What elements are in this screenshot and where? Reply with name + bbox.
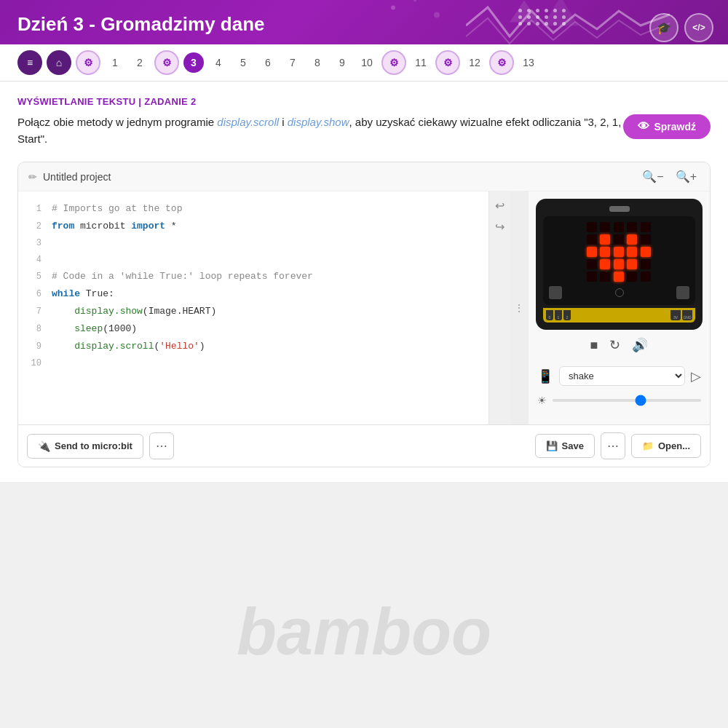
- phone-shake-icon: 📱: [537, 368, 553, 384]
- nav-num-4[interactable]: 4: [208, 52, 229, 73]
- editor-toolbar-left: ✏ Untitled project: [28, 171, 111, 183]
- main-content: WYŚWIETLANIE TEKSTU | ZADANIE 2 👁 Sprawd…: [0, 82, 728, 482]
- send-to-microbit-btn[interactable]: 🔌 Send to micro:bit: [27, 434, 143, 459]
- collapse-arrow-icon: ⋮: [515, 303, 523, 313]
- code-line-2: 2 from microbit import *: [18, 218, 488, 235]
- led-cell: [641, 247, 651, 257]
- led-cell: [627, 272, 637, 282]
- code-line-6: 6 while True:: [18, 285, 488, 303]
- nav-gift-5-btn[interactable]: ⚙: [489, 50, 514, 75]
- sound-btn[interactable]: 🔊: [632, 337, 648, 353]
- save-btn-label: Save: [562, 440, 584, 451]
- nav-num-12[interactable]: 12: [464, 52, 485, 73]
- code-side-actions: ↩ ↪: [488, 191, 510, 424]
- shake-play-btn[interactable]: ▷: [691, 368, 701, 384]
- panel-collapse-btn[interactable]: ⋮: [510, 191, 528, 424]
- code-line-7: 7 display.show(Image.HEART): [18, 303, 488, 320]
- led-cell: [614, 234, 624, 245]
- link-display-show[interactable]: display.show: [288, 116, 349, 128]
- nav-num-8[interactable]: 8: [307, 52, 328, 73]
- editor-toolbar-right: 🔍− 🔍+: [639, 168, 700, 185]
- brightness-row: ☀: [529, 392, 710, 409]
- task-label: WYŚWIETLANIE TEKSTU | ZADANIE 2: [17, 96, 711, 107]
- nav-num-10[interactable]: 10: [357, 52, 377, 73]
- edit-pencil-icon: ✏: [28, 171, 37, 183]
- editor-container: ✏ Untitled project 🔍− 🔍+ 1 # Imports go …: [17, 162, 711, 467]
- nav-num-9[interactable]: 9: [332, 52, 352, 73]
- open-btn-label: Open...: [658, 440, 690, 451]
- code-icon-btn[interactable]: </>: [684, 13, 713, 42]
- shake-row: 📱 shake ▷: [529, 360, 710, 392]
- editor-body: 1 # Imports go at the top 2 from microbi…: [18, 191, 710, 424]
- bottom-toolbar: 🔌 Send to micro:bit ⋯ 💾 Save ⋯ 📁 Open...: [18, 424, 710, 467]
- led-cell: [600, 222, 610, 232]
- desc-before: Połącz obie metody w jednym programie: [17, 116, 217, 128]
- led-cell: [587, 234, 597, 245]
- led-cell: [641, 234, 651, 245]
- check-button[interactable]: 👁 Sprawdź: [623, 114, 711, 139]
- button-b[interactable]: [676, 286, 689, 299]
- usb-connector: [609, 206, 630, 212]
- microbit-side-buttons: [549, 286, 689, 299]
- redo-btn[interactable]: ↪: [495, 220, 505, 234]
- link-display-scroll[interactable]: display.scroll: [217, 116, 279, 128]
- nav-num-1[interactable]: 1: [105, 52, 125, 73]
- nav-num-13[interactable]: 13: [518, 52, 539, 73]
- nav-gift-2-btn[interactable]: ⚙: [154, 50, 179, 75]
- led-cell: [641, 259, 651, 269]
- graduate-icon-btn[interactable]: 🎓: [649, 13, 678, 42]
- nav-num-6[interactable]: 6: [258, 52, 278, 73]
- save-menu-btn[interactable]: ⋯: [601, 432, 625, 459]
- led-cell: [600, 272, 610, 282]
- nav-menu-btn[interactable]: ≡: [17, 50, 42, 75]
- code-panel[interactable]: 1 # Imports go at the top 2 from microbi…: [18, 191, 488, 424]
- nav-gift-3-btn[interactable]: ⚙: [381, 50, 406, 75]
- led-cell: [641, 272, 651, 282]
- brightness-slider[interactable]: [553, 399, 701, 402]
- led-cell: [627, 234, 637, 245]
- send-menu-btn[interactable]: ⋯: [149, 432, 174, 459]
- microbit-board: [543, 216, 695, 305]
- page-title: Dzień 3 - Gromadzimy dane: [17, 13, 711, 36]
- eye-icon: 👁: [638, 120, 649, 133]
- nav-num-3[interactable]: 3: [183, 52, 204, 73]
- led-cell: [600, 259, 610, 269]
- nav-gift-1-btn[interactable]: ⚙: [76, 50, 100, 75]
- led-cell: [614, 259, 624, 269]
- led-cell: [600, 234, 610, 245]
- nav-num-5[interactable]: 5: [233, 52, 253, 73]
- save-icon: 💾: [546, 440, 558, 451]
- shake-select[interactable]: shake: [559, 366, 685, 386]
- zoom-in-btn[interactable]: 🔍+: [673, 168, 700, 185]
- code-line-4: 4: [18, 252, 488, 268]
- nav-gift-4-btn[interactable]: ⚙: [435, 50, 460, 75]
- nav-home-btn[interactable]: ⌂: [47, 50, 71, 75]
- nav-num-11[interactable]: 11: [411, 52, 431, 73]
- zoom-out-btn[interactable]: 🔍−: [639, 168, 666, 185]
- task-description-area: 👁 Sprawdź Połącz obie metody w jednym pr…: [17, 114, 711, 159]
- code-line-10: 10: [18, 355, 488, 371]
- save-btn[interactable]: 💾 Save: [535, 434, 595, 458]
- code-line-1: 1 # Imports go at the top: [18, 200, 488, 218]
- gold-connector: 0 1 2 3V GND: [543, 308, 695, 323]
- project-title: Untitled project: [43, 171, 111, 183]
- simulator-panel: 0 1 2 3V GND ■ ↻ 🔊: [528, 191, 710, 424]
- usb-send-icon: 🔌: [38, 440, 50, 452]
- code-line-5: 5 # Code in a 'while True:' loop repeats…: [18, 268, 488, 285]
- undo-btn[interactable]: ↩: [495, 199, 505, 213]
- nav-num-7[interactable]: 7: [282, 52, 303, 73]
- led-cell: [614, 247, 624, 257]
- led-cell: [587, 222, 597, 232]
- task-description: Połącz obie metody w jednym programie di…: [17, 114, 711, 147]
- stop-btn[interactable]: ■: [590, 338, 598, 353]
- check-btn-label: Sprawdź: [654, 121, 696, 132]
- led-cell: [641, 222, 651, 232]
- nav-num-2[interactable]: 2: [130, 52, 150, 73]
- restart-btn[interactable]: ↻: [609, 337, 620, 353]
- code-line-9: 9 display.scroll('Hello'): [18, 338, 488, 355]
- watermark: bamboo: [237, 595, 491, 670]
- led-cell: [614, 272, 624, 282]
- desc-middle: i: [279, 116, 288, 128]
- button-a[interactable]: [549, 286, 562, 299]
- open-btn[interactable]: 📁 Open...: [631, 434, 701, 458]
